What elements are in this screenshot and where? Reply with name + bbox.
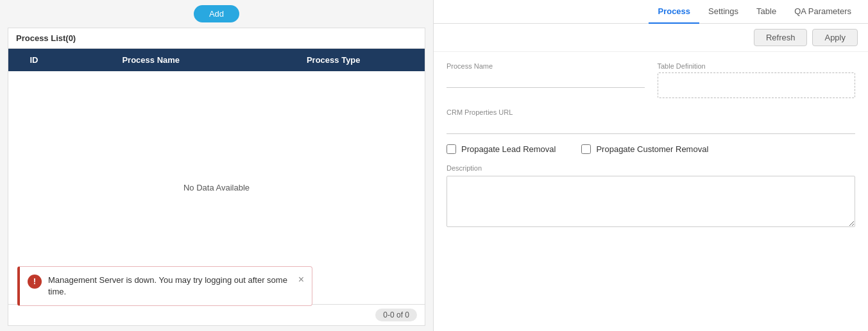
propagate-customer-label: Propagate Customer Removal xyxy=(596,144,708,154)
col-id-header: ID xyxy=(8,49,60,71)
tabs-row: Process Settings Table QA Parameters xyxy=(434,0,868,24)
crm-url-group: CRM Properties URL xyxy=(447,108,855,134)
description-label: Description xyxy=(447,164,855,172)
crm-url-label: CRM Properties URL xyxy=(447,108,855,116)
table-def-group: Table Definition xyxy=(658,62,856,98)
table-def-label: Table Definition xyxy=(658,62,856,70)
checkbox-row: Propagate Lead Removal Propagate Custome… xyxy=(447,144,855,154)
process-name-group: Process Name xyxy=(447,62,645,88)
description-textarea[interactable] xyxy=(447,176,855,227)
description-group: Description xyxy=(447,164,855,227)
toast-warning-icon: ! xyxy=(28,275,42,289)
action-row: Refresh Apply xyxy=(434,24,868,52)
apply-button[interactable]: Apply xyxy=(812,29,858,46)
no-data-label: No Data Available xyxy=(183,183,250,192)
process-list-header: Process List(0) xyxy=(8,28,425,49)
col-process-name-header: Process Name xyxy=(60,49,243,71)
add-button[interactable]: Add xyxy=(194,5,239,22)
propagate-lead-label: Propagate Lead Removal xyxy=(461,144,556,154)
propagate-lead-checkbox[interactable] xyxy=(447,144,456,154)
table-def-box xyxy=(658,72,856,98)
toast-message: Management Server is down. You may try l… xyxy=(48,275,292,298)
propagate-customer-item: Propagate Customer Removal xyxy=(581,144,708,154)
process-name-label: Process Name xyxy=(447,62,645,70)
refresh-button[interactable]: Refresh xyxy=(754,29,808,46)
propagate-customer-checkbox[interactable] xyxy=(581,144,591,154)
propagate-lead-item: Propagate Lead Removal xyxy=(447,144,556,154)
tab-table[interactable]: Table xyxy=(747,0,785,24)
col-process-type-header: Process Type xyxy=(243,49,425,71)
toast-notification: ! Management Server is down. You may try… xyxy=(17,266,312,306)
tab-qa-parameters[interactable]: QA Parameters xyxy=(785,0,860,24)
tab-process[interactable]: Process xyxy=(649,0,699,24)
crm-url-input[interactable] xyxy=(447,119,855,134)
table-header: ID Process Name Process Type xyxy=(8,49,425,71)
process-name-input[interactable] xyxy=(447,72,645,88)
form-area: Process Name Table Definition CRM Proper… xyxy=(434,52,868,331)
tab-settings[interactable]: Settings xyxy=(699,0,747,24)
form-row-crm-url: CRM Properties URL xyxy=(447,108,855,134)
form-row-process-name: Process Name Table Definition xyxy=(447,62,855,98)
pagination-info: 0-0 of 0 xyxy=(375,309,417,321)
table-footer: 0-0 of 0 xyxy=(8,304,425,325)
toast-close-button[interactable]: × xyxy=(298,275,304,285)
